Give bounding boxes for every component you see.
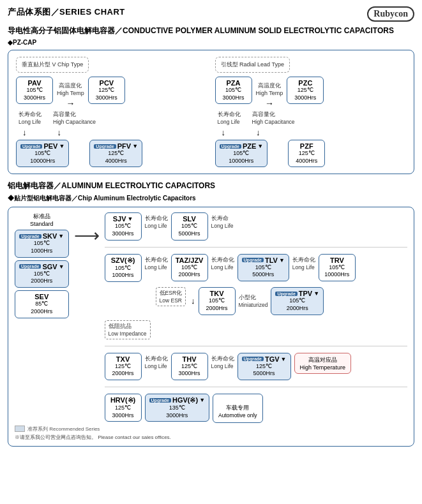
radial-lead-type-label: 引线型 Radial Lead Type: [215, 57, 290, 73]
al-section-title: 铝电解电容器／ALUMINUM ELECTROLYTIC CAPACITORS: [8, 181, 414, 191]
skv-box: Upgrade SKV ▼ 105℃ 1000Hrs: [15, 230, 69, 257]
szv-label: 长寿命化 Long Life: [145, 256, 168, 271]
sgv-box: Upgrade SGV ▼ 105℃ 2000Hrs: [15, 260, 69, 288]
txv-label: 长寿命化 Long Life: [145, 355, 168, 369]
taz-box: TAZ/JZV 105℃ 2000Hrs: [171, 254, 208, 281]
legend: 准荐系列 Recommended Series: [15, 426, 407, 433]
long-life-left: 长寿命化 Long Life: [19, 111, 41, 125]
long-life-right: 长寿命化 Long Life: [218, 111, 241, 125]
high-temp-box: 高温对应品 High Temperature: [294, 353, 351, 374]
tpv-box: Upgrade TPV ▼ 105℃ 2000Hrs: [271, 287, 324, 315]
low-esr-label: 低ESR化 Low ESR: [156, 287, 186, 306]
standard-label: 标准品 Standard: [15, 212, 69, 227]
page-header: 产品体系图／SERIES CHART Rubycon: [8, 6, 414, 22]
slv-box: SLV 105℃ 5000Hrs: [171, 212, 208, 240]
footnote: ※请至系我公司营业网点咨询告知。 Please contact our sale…: [15, 434, 407, 441]
txv-box: TXV 125℃ 2000Hrs: [105, 353, 142, 380]
high-cap-right: 高容量化 High Capacitance: [252, 111, 295, 125]
thv-box: THV 125℃ 3000Hrs: [171, 353, 208, 380]
hrv-box: HRV(※) 125℃ 3000Hrs: [105, 394, 142, 422]
pzcap-section-title: 导电性高分子铝固体电解电容器／CONDUCTIVE POLYMER ALUMIN…: [8, 26, 414, 36]
high-temp-label-right: 高温度化 High Temp: [256, 82, 283, 96]
al-panel: 标准品 Standard Upgrade SKV ▼ 105℃ 1000Hrs …: [8, 207, 414, 447]
szv-box: SZV(※) 105℃ 1000Hrs: [105, 254, 142, 282]
tkv-box: TKV 105℃ 2000Hrs: [199, 287, 236, 315]
sjv-box: SJV ▼ 105℃ 3000Hrs: [105, 212, 142, 240]
pfv-box: Upgrade PFV ▼ 125℃ 4000Hrs: [89, 140, 142, 167]
pze-box: Upgrade PZE ▼ 105℃ 10000Hrs: [215, 140, 268, 167]
low-imp-label: 低阻抗品 Low Impedance: [105, 320, 151, 339]
tkv-label: 小型化 Miniaturized: [239, 294, 268, 308]
pzc-box: PZC 125℃ 3000Hrs: [287, 77, 324, 104]
thv-label: 长寿命化 Long Life: [211, 355, 234, 369]
pev-box: Upgrade PEV ▼ 105℃ 10000Hrs: [16, 140, 69, 167]
pzcap-panel: 垂直贴片型 V Chip Type PAV 105℃ 3000Hrs 高温度化 …: [8, 50, 414, 174]
sjv-label: 长寿命化 Long Life: [145, 215, 168, 229]
tlv-box: Upgrade TLV ▼ 105℃ 5000Hrs: [237, 254, 289, 281]
sev-box: SEV 85℃ 2000Hrs: [15, 290, 69, 318]
pza-box: PZA 105℃ 3000Hrs: [215, 77, 252, 104]
high-temp-label-left: 高温度化 High Temp: [57, 82, 84, 96]
chip-al-subtitle: ◆贴片型铝电解电容器／Chip Aluminum Electrolytic Ca…: [8, 194, 414, 203]
hgv-box: Upgrade HGV(※) ▼ 135℃ 3000Hrs: [145, 394, 210, 422]
tgv-box: Upgrade TGV ▼ 125℃ 5000Hrs: [237, 353, 291, 380]
pav-box: PAV 105℃ 3000Hrs: [16, 77, 53, 104]
taz-label: 长寿命化 Long Life: [211, 256, 234, 271]
trv-box: TRV 105℃ 10000Hrs: [319, 254, 356, 281]
legend-box: [15, 426, 25, 432]
recommended-label: 准荐系列 Recommended Series: [27, 426, 100, 433]
pzf-box: PZF 125℃ 4000Hrs: [288, 140, 325, 167]
v-chip-type-label: 垂直贴片型 V Chip Type: [16, 57, 89, 73]
slv-label: 长寿命 Long Life: [211, 215, 234, 229]
high-cap-left: 高容量化 High Capacitance: [53, 111, 96, 125]
pzcap-subtitle: ◆PZ-CAP: [8, 39, 414, 46]
tlv-label: 长寿命化 Long Life: [292, 256, 315, 271]
page-title: 产品体系图／SERIES CHART: [8, 6, 125, 18]
logo: Rubycon: [367, 6, 414, 22]
automotive-box: 车载专用 Automotive only: [213, 394, 262, 423]
pcv-box: PCV 125℃ 3000Hrs: [88, 77, 125, 104]
